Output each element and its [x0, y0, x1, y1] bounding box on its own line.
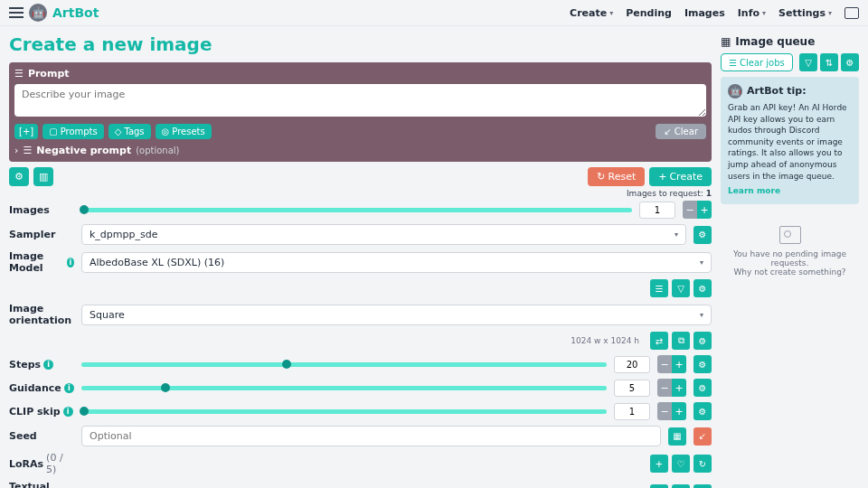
queue-settings-button[interactable]: ⚙: [841, 53, 859, 71]
arrow-icon: ↙: [664, 127, 671, 136]
orientation-settings-button[interactable]: ⚙: [693, 332, 712, 350]
seed-random-button[interactable]: ▦: [668, 427, 686, 446]
clear-prompt-button[interactable]: ↙Clear: [656, 124, 706, 139]
clip-slider[interactable]: [81, 409, 607, 414]
clip-inc[interactable]: +: [672, 402, 686, 420]
dimensions: 1024 w x 1024 h: [571, 336, 639, 345]
tip-text: Grab an API key! An AI Horde API key all…: [728, 102, 852, 182]
loras-fav-button[interactable]: ♡: [672, 455, 690, 473]
ti-add-button[interactable]: +: [650, 484, 668, 488]
info-icon[interactable]: i: [67, 258, 74, 267]
clip-dec[interactable]: −: [657, 402, 672, 420]
lines-icon: ☰: [23, 145, 32, 156]
image-button[interactable]: ▥: [33, 167, 53, 186]
link-button[interactable]: ⧉: [672, 332, 690, 350]
prompts-button[interactable]: ▢Prompts: [42, 124, 104, 139]
info-icon[interactable]: i: [64, 383, 74, 393]
reset-button[interactable]: ↻Reset: [588, 167, 645, 186]
tags-button[interactable]: ◇Tags: [108, 124, 151, 139]
model-settings-button[interactable]: ⚙: [693, 279, 712, 297]
chevron-down-icon: ▾: [609, 9, 613, 17]
sampler-label: Sampler: [9, 229, 74, 240]
empty-line2: Why not create something?: [721, 267, 859, 277]
learn-more-link[interactable]: Learn more: [728, 185, 852, 197]
menu-icon[interactable]: [9, 7, 24, 18]
brand-name[interactable]: ArtBot: [52, 5, 99, 20]
nav-images[interactable]: Images: [684, 7, 725, 19]
shuffle-button[interactable]: ⇄: [650, 332, 668, 350]
guidance-settings-button[interactable]: ⚙: [693, 379, 712, 397]
queue-icon: ▦: [721, 35, 731, 48]
steps-input[interactable]: [614, 356, 650, 373]
preset-icon: ◎: [162, 127, 170, 136]
clip-settings-button[interactable]: ⚙: [693, 402, 712, 420]
images-inc[interactable]: +: [697, 201, 712, 219]
artbot-logo: 🤖: [29, 4, 47, 22]
guidance-dec[interactable]: −: [657, 379, 672, 397]
settings-button[interactable]: ⚙: [9, 167, 29, 186]
prompt-input[interactable]: [14, 84, 706, 117]
orientation-select[interactable]: Square▾: [81, 305, 712, 325]
sampler-select[interactable]: k_dpmpp_sde▾: [81, 224, 686, 245]
steps-label: Stepsi: [9, 359, 74, 371]
model-filter-button[interactable]: ▽: [672, 279, 690, 297]
queue-title: Image queue: [735, 35, 815, 48]
info-icon[interactable]: i: [63, 407, 73, 417]
optional-label: (optional): [136, 145, 179, 155]
book-icon: ▢: [49, 127, 57, 136]
nav-pending[interactable]: Pending: [626, 7, 672, 19]
seed-label: Seed: [9, 430, 74, 442]
prompt-panel: ☰Prompt [+] ▢Prompts ◇Tags ◎Presets ↙Cle…: [9, 62, 712, 162]
clip-label: CLIP skipi: [9, 406, 74, 418]
info-icon[interactable]: i: [43, 360, 53, 370]
orientation-label: Image orientation: [9, 303, 74, 326]
tag-icon: ◇: [115, 127, 122, 136]
loras-history-button[interactable]: ↻: [693, 455, 712, 473]
ti-history-button[interactable]: ↻: [693, 484, 712, 488]
page-title: Create a new image: [9, 33, 712, 55]
prompt-label: Prompt: [28, 68, 70, 80]
chevron-down-icon: ▾: [762, 9, 766, 17]
lines-icon: ☰: [729, 58, 737, 68]
empty-line1: You have no pending image requests.: [721, 249, 859, 267]
nav-settings[interactable]: Settings▾: [778, 7, 832, 19]
presets-button[interactable]: ◎Presets: [156, 124, 212, 139]
reset-icon: ↻: [597, 171, 605, 183]
guidance-slider[interactable]: [81, 386, 607, 390]
images-input[interactable]: [639, 202, 675, 219]
tip-panel: 🤖ArtBot tip: Grab an API key! An AI Hord…: [721, 77, 859, 204]
queue-filter-button[interactable]: ▽: [799, 53, 817, 71]
guidance-inc[interactable]: +: [672, 379, 686, 397]
monitor-icon[interactable]: [844, 7, 859, 19]
artbot-icon: 🤖: [728, 84, 742, 99]
images-slider[interactable]: [81, 208, 632, 212]
chevron-right-icon[interactable]: ›: [14, 145, 18, 156]
nav-info[interactable]: Info▾: [738, 7, 766, 19]
ti-label: Textual Inversions: [9, 481, 74, 488]
nav-create[interactable]: Create▾: [570, 7, 613, 19]
create-button[interactable]: +Create: [649, 167, 712, 186]
expand-prompt-button[interactable]: [+]: [14, 124, 38, 139]
steps-dec[interactable]: −: [657, 355, 672, 373]
images-label: Images: [9, 204, 74, 216]
guidance-label: Guidancei: [9, 382, 74, 394]
seed-clear-button[interactable]: ↙: [693, 427, 712, 446]
guidance-input[interactable]: [614, 380, 650, 397]
images-dec[interactable]: −: [683, 201, 697, 219]
queue-sort-button[interactable]: ⇅: [820, 53, 838, 71]
ti-fav-button[interactable]: ♡: [672, 484, 690, 488]
seed-input[interactable]: [81, 426, 661, 446]
sampler-settings-button[interactable]: ⚙: [693, 226, 712, 244]
images-to-request: Images to request: 1: [9, 189, 712, 198]
steps-inc[interactable]: +: [672, 355, 686, 373]
model-select[interactable]: AlbedoBase XL (SDXL) (16)▾: [81, 252, 712, 273]
plus-icon: +: [658, 171, 666, 183]
clip-input[interactable]: [614, 403, 650, 420]
model-list-button[interactable]: ☰: [650, 279, 668, 297]
model-label: Image Modeli: [9, 250, 74, 274]
loras-add-button[interactable]: +: [650, 455, 668, 473]
steps-settings-button[interactable]: ⚙: [693, 355, 712, 373]
negative-prompt-label[interactable]: Negative prompt: [36, 145, 131, 156]
clear-jobs-button[interactable]: ☰Clear jobs: [721, 53, 793, 71]
steps-slider[interactable]: [81, 362, 607, 367]
